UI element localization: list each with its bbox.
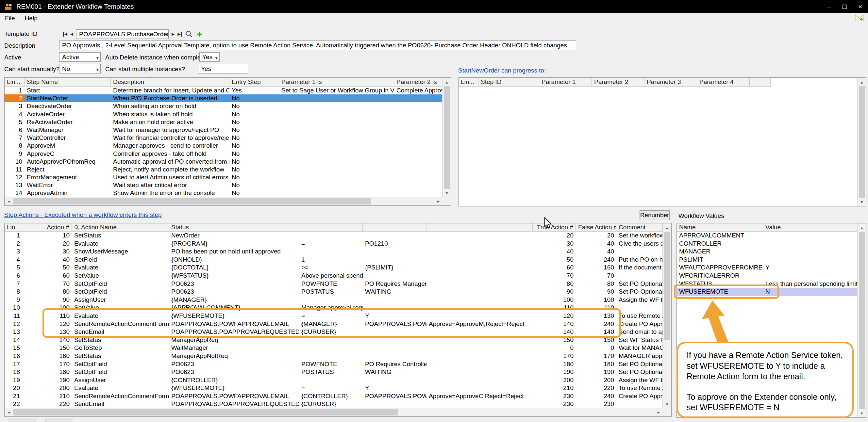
step-row[interactable]: 14 ApproveAdmin Show Admin the error on … (5, 189, 442, 197)
workflow-value-row[interactable]: MANAGER (677, 248, 857, 256)
action-row[interactable]: 16 160 SetStatus ManagerAppNotReq 170 17… (5, 352, 662, 360)
column-header-step-id[interactable]: Step ID (478, 78, 539, 87)
scroll-up-icon[interactable]: ▴ (858, 223, 866, 232)
progress-to-link[interactable]: StartNewOrder can progress to: (458, 67, 546, 74)
action-row[interactable]: 3 30 ShowUserMessage PO has been put on … (5, 248, 662, 256)
step-row[interactable]: 4 ActivateOrder When status is taken off… (5, 110, 442, 118)
mail-icon[interactable] (855, 15, 864, 22)
action-row[interactable]: 8 80 SetOptField PO0623 POSTATUS WAITING… (5, 288, 662, 296)
column-header-line[interactable]: Lin... (5, 223, 22, 231)
step-actions-link[interactable]: Step Actions - Executed when a workflow … (4, 211, 162, 219)
action-row[interactable]: 11 110 Evaluate {WFUSEREMOTE} = Y 120 13… (5, 312, 662, 320)
step-row[interactable]: 10 AutoApprovePOfromReq Automatic approv… (5, 158, 442, 166)
close-button[interactable]: × (852, 0, 868, 13)
action-row[interactable]: 20 200 Evaluate {WFUSEREMOTE} = Y 210 22… (5, 384, 662, 392)
column-header-comment[interactable]: Comment (616, 223, 662, 231)
scroll-up-icon[interactable]: ▴ (442, 78, 451, 86)
column-header-true-action[interactable]: True Action # (533, 223, 576, 231)
menu-file[interactable]: File (0, 15, 20, 22)
column-header-param2[interactable] (363, 223, 427, 231)
column-header-line[interactable]: Lin... (5, 78, 25, 86)
add-icon[interactable]: + (196, 29, 202, 39)
column-header-parameter2[interactable]: Parameter 2 is (394, 78, 442, 86)
template-id-input[interactable]: POAPPROVALS.PurchaseOrder (76, 29, 168, 39)
nav-previous-icon[interactable]: ◂ (70, 31, 73, 37)
vertical-scrollbar[interactable]: ▴ ▾ (857, 78, 866, 206)
action-row[interactable]: 19 190 AssignUser {CONTROLLER} 200 200 A… (5, 376, 662, 384)
action-row[interactable]: 15 150 GoToStep WaitManager 0 0 Wait for… (5, 344, 662, 352)
menu-help[interactable]: Help (20, 15, 42, 22)
action-row[interactable]: 4 40 SetField {ONHOLD} 1 50 240 Put the … (5, 256, 662, 264)
column-header-name[interactable]: Name (677, 223, 763, 231)
scroll-right-icon[interactable]: ▸ (434, 197, 443, 205)
column-header-parameter1[interactable]: Parameter 1 is (279, 78, 394, 86)
action-row[interactable]: 12 120 SendRemoteActionCommentFormEmail … (5, 320, 662, 328)
save-button[interactable]: Save (8, 419, 36, 422)
step-row[interactable]: 2 StartNewOrder When P/O Purchase Order … (5, 94, 442, 102)
maximize-button[interactable]: □ (837, 0, 852, 13)
minimize-button[interactable]: – (821, 0, 837, 13)
column-header-parameter3[interactable]: Parameter 3 (645, 78, 697, 87)
search-icon[interactable] (185, 30, 193, 38)
workflow-value-row[interactable]: WFUSEREMOTE N (677, 288, 857, 296)
action-row[interactable]: 13 130 SendEmail POAPPROVALS.POAPPROVALR… (5, 328, 662, 336)
action-row[interactable]: 6 60 SetValue {WFSTATUS} Above personal … (5, 272, 662, 280)
can-start-manually-select[interactable]: No ▾ (59, 64, 101, 73)
step-row[interactable]: 5 ReActivateOrder Make an on hold order … (5, 118, 442, 126)
scroll-down-icon[interactable]: ▾ (858, 409, 866, 417)
scroll-up-icon[interactable]: ▴ (858, 78, 866, 86)
scrollbar-thumb[interactable] (13, 409, 398, 416)
workflow-value-row[interactable]: WFSTATUS Less than personal spending lim… (677, 280, 857, 288)
action-row[interactable]: 1 10 SetStatus NewOrder 20 20 Set the wo… (5, 232, 662, 240)
action-row[interactable]: 7 70 SetOptField PO0623 POWFNOTE PO Requ… (5, 280, 662, 288)
vertical-scrollbar[interactable]: ▴ ▾ (857, 223, 866, 417)
action-row[interactable]: 2 20 Evaluate {PROGRAM} = PO1210 30 40 G… (5, 240, 662, 248)
scroll-down-icon[interactable]: ▾ (663, 400, 671, 408)
column-header-param1[interactable] (299, 223, 363, 231)
scrollbar-thumb[interactable] (859, 86, 865, 198)
workflow-value-row[interactable]: WFCRITICALERROR (677, 272, 857, 280)
step-row[interactable]: 7 WaitController Wait for financial cont… (5, 134, 442, 142)
action-row[interactable]: 9 90 AssignUser {MANAGER} 100 100 Assign… (5, 296, 662, 304)
step-row[interactable]: 1 Start Determine branch for Insert, Upd… (5, 87, 442, 94)
can-start-multiple-input[interactable]: Yes (198, 64, 248, 73)
action-row[interactable]: 18 180 SetOptField PO0623 POSTATUS WAITI… (5, 368, 662, 376)
workflow-value-row[interactable]: CONTROLLER (677, 240, 857, 248)
horizontal-scrollbar[interactable]: ◂ ▸ (5, 408, 663, 417)
scroll-up-icon[interactable]: ▴ (663, 223, 671, 232)
action-row[interactable]: 21 210 SendRemoteActionCommentFormEmail … (5, 392, 662, 400)
column-header-value[interactable]: Value (763, 223, 857, 231)
scrollbar-thumb[interactable] (444, 86, 450, 189)
step-row[interactable]: 12 ErrorManagement Used to alert Admin u… (5, 173, 442, 181)
step-row[interactable]: 11 Reject Reject, notify and complete th… (5, 166, 442, 173)
column-header-status[interactable]: Status (169, 223, 299, 231)
step-row[interactable]: 6 WaitManager Wait for manager to approv… (5, 126, 442, 134)
column-header-line[interactable]: Lin... (459, 78, 478, 87)
action-row[interactable]: 17 170 SetOptField PO0623 POWFNOTE PO Re… (5, 360, 662, 368)
column-header-description[interactable]: Description (111, 78, 229, 86)
column-header-parameter1[interactable]: Parameter 1 (539, 78, 592, 87)
scroll-right-icon[interactable]: ▸ (654, 408, 663, 417)
nav-last-icon[interactable]: ▸ (178, 31, 182, 37)
active-select[interactable]: Active ▾ (59, 52, 101, 62)
action-row[interactable]: 22 220 SendEmail POAPPROVALS.POAPPROVALR… (5, 400, 662, 408)
step-row[interactable]: 8 ApproveM Manager approves - send to co… (5, 142, 442, 150)
nav-first-icon[interactable]: ◂ (63, 31, 67, 37)
workflow-value-row[interactable]: PSLIMIT (677, 256, 857, 264)
scroll-left-icon[interactable]: ◂ (5, 408, 13, 417)
action-row[interactable]: 10 100 SetValue {APPROVALCOMMENT} Manage… (5, 304, 662, 312)
step-row[interactable]: 9 ApproveC Controller approves - take of… (5, 150, 442, 158)
renumber-button[interactable]: Renumber (640, 210, 670, 220)
column-header-action-name[interactable]: Action Name (72, 223, 169, 231)
workflow-value-row[interactable]: WFAUTOAPPROVEFROMREQ Y (677, 264, 857, 272)
action-row[interactable]: 14 140 SetStatus ManagerAppReq 150 150 S… (5, 336, 662, 344)
scroll-down-icon[interactable]: ▾ (858, 198, 866, 206)
description-input[interactable]: PO Approvals , 2-Level Sequential Approv… (59, 40, 576, 50)
column-header-step-name[interactable]: Step Name (25, 78, 111, 86)
step-row[interactable]: 13 WaitError Wait step after critical er… (5, 181, 442, 189)
column-header-parameter4[interactable]: Parameter 4 (697, 78, 750, 87)
column-header-parameter2[interactable]: Parameter 2 (592, 78, 645, 87)
delete-button[interactable]: Delete (45, 419, 73, 422)
column-header-param3[interactable] (427, 223, 533, 231)
vertical-scrollbar[interactable]: ▴ ▾ (662, 223, 671, 408)
